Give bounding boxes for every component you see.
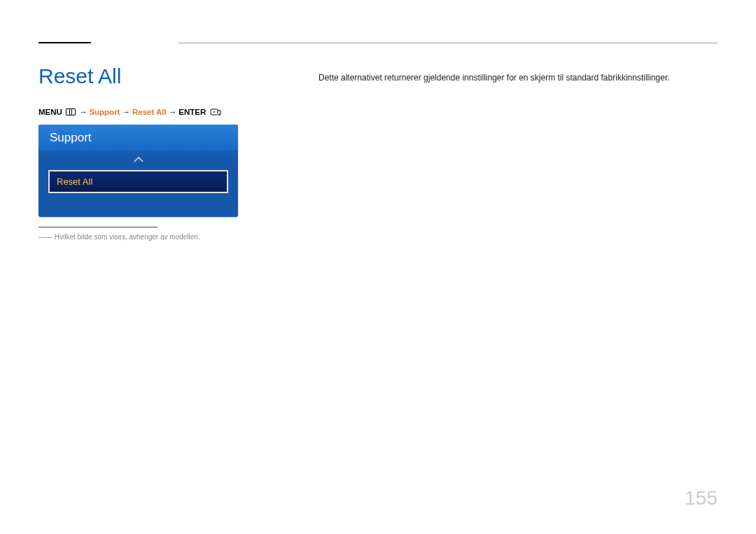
header-rule [38,42,718,43]
breadcrumb-enter: ENTER [178,108,206,116]
body-text: Dette alternativet returnerer gjeldende … [318,71,718,84]
osd-bottom-space [38,193,238,217]
arrow-icon: → [169,108,177,116]
osd-panel-header: Support [38,125,238,150]
osd-item-reset-all[interactable]: Reset All [48,170,228,193]
osd-panel: Support Reset All [38,125,238,217]
header-rule-thin [178,43,718,43]
breadcrumb-menu: MENU [38,108,62,116]
menu-icon [66,108,76,115]
arrow-icon: → [79,108,88,116]
footnote-divider [38,227,158,227]
breadcrumb-reset: Reset All [132,108,167,116]
breadcrumb-support: Support [89,108,120,116]
enter-icon [210,108,223,116]
page-number: 155 [685,487,718,510]
footnote-text: ―― Hvilket bilde som vises, avhenger av … [38,233,238,241]
breadcrumb: MENU → Support → Reset All → ENTER [38,108,238,116]
svg-point-1 [214,111,215,113]
osd-scroll-up[interactable] [38,150,238,170]
arrow-icon: → [122,108,130,116]
chevron-up-icon [133,155,144,165]
page-title: Reset All [38,64,238,88]
header-rule-bold [38,42,91,43]
